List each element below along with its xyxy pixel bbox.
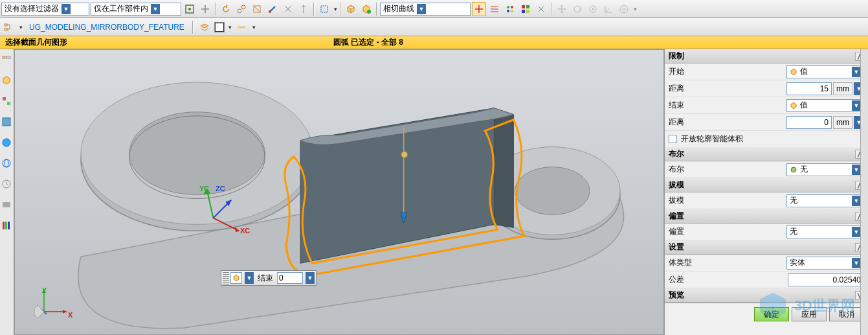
dropdown-arrow-icon[interactable]: ▾ [228, 24, 232, 30]
assembly-navigator-tab[interactable] [0, 73, 13, 88]
end-mode-select[interactable]: 值 ▼ [786, 99, 864, 112]
dropdown-arrow-icon[interactable]: ▾ [634, 6, 637, 12]
svg-point-31 [3, 159, 10, 167]
draft-section-header[interactable]: 拔模 ⋀ [665, 178, 868, 192]
end-distance-field[interactable] [786, 116, 832, 129]
svg-point-8 [507, 6, 509, 8]
constraint-navigator-tab[interactable] [0, 93, 13, 109]
svg-rect-26 [6, 56, 10, 58]
toolbar-separator [376, 3, 377, 16]
chevron-down-icon[interactable]: ▼ [245, 272, 254, 284]
chevron-down-icon[interactable]: ▼ [306, 272, 315, 284]
region-icon[interactable] [518, 2, 533, 16]
right-dock-strip[interactable] [860, 49, 868, 335]
offset-select[interactable]: 无 ▼ [786, 225, 864, 238]
start-mode-select[interactable]: 值 ▼ [786, 65, 864, 78]
history-tab[interactable] [0, 176, 13, 192]
offset-section-header[interactable]: 偏置 ⋀ [665, 209, 868, 224]
draft-label: 拔模 [669, 195, 707, 206]
svg-point-11 [511, 10, 513, 12]
distance-label: 距离 [669, 83, 707, 94]
toolbar-row-2: ▾ UG_MODELING_MIRRORBODY_FEATURE ▾ ▾ [0, 18, 868, 36]
chevron-down-icon: ▼ [852, 227, 861, 237]
svg-point-1 [188, 8, 191, 10]
toolbar-icon-5[interactable] [250, 2, 264, 16]
cancel-button[interactable]: 取消 [829, 307, 864, 321]
scope-dropdown[interactable]: 仅在工作部件内 ▼ [91, 3, 181, 16]
stop-at-intersection-icon[interactable] [472, 2, 486, 16]
chevron-down-icon: ▼ [852, 67, 861, 77]
draft-select[interactable]: 无 ▼ [786, 194, 864, 207]
layer-icon[interactable] [197, 20, 212, 34]
toolbar-icon-2[interactable] [198, 2, 212, 16]
open-profile-checkbox[interactable] [669, 135, 677, 143]
selection-filter-dropdown[interactable]: 没有选择过滤器 ▼ [1, 3, 89, 16]
svg-rect-25 [3, 56, 5, 58]
tolerance-field[interactable] [788, 273, 864, 286]
boolean-label: 布尔 [669, 164, 707, 175]
undo-icon[interactable] [219, 2, 233, 16]
boolean-select[interactable]: 无 ▼ [786, 163, 864, 176]
toolbar-separator [313, 3, 315, 16]
constraint-icon[interactable] [617, 2, 631, 16]
hd3d-tab[interactable] [0, 135, 13, 150]
body-type-select[interactable]: 实体 ▼ [786, 257, 864, 270]
toolbar-icon-6[interactable] [265, 2, 280, 16]
preview-section-header[interactable]: 预览 ⋁ [665, 288, 868, 303]
drag-grip-icon[interactable] [223, 271, 229, 284]
toggle-icon[interactable] [534, 2, 548, 16]
dropdown-arrow-icon[interactable]: ▾ [19, 24, 23, 30]
toolbar-icon-1[interactable] [183, 2, 197, 16]
ok-button[interactable]: 确定 [754, 307, 789, 321]
distance-label: 距离 [669, 117, 707, 128]
curve-rule-dropdown[interactable]: 相切曲线 ▼ [380, 3, 471, 16]
scope-text: 仅在工作部件内 [93, 3, 150, 14]
settings-section-header[interactable]: 设置 ⋀ [665, 240, 868, 255]
apply-button[interactable]: 应用 [792, 307, 827, 321]
y-axis-label: Y [42, 286, 47, 294]
feature-name-label: UG_MODELING_MIRRORBODY_FEATURE [25, 23, 188, 32]
browser-tab[interactable] [0, 156, 13, 171]
toolbar-icon-7[interactable] [281, 2, 295, 16]
point-icon[interactable] [586, 2, 600, 16]
part-navigator-tab[interactable] [0, 52, 13, 67]
palette-tab[interactable] [0, 218, 13, 233]
svg-point-19 [620, 5, 628, 13]
toolbar-separator [551, 3, 552, 16]
cancel-label: 取消 [839, 309, 854, 320]
follow-fillet-icon[interactable] [487, 2, 502, 16]
move-icon[interactable] [555, 2, 569, 16]
toolbar-icon-8[interactable] [296, 2, 311, 16]
boolean-section-header[interactable]: 布尔 ⋀ [665, 147, 868, 161]
toolbar-icon-4[interactable] [234, 2, 249, 16]
dropdown-arrow-icon[interactable]: ▾ [252, 24, 256, 30]
chevron-down-icon: ▼ [852, 165, 861, 175]
cube-icon[interactable] [344, 2, 358, 16]
svg-rect-28 [7, 102, 10, 105]
extrude-dialog: 限制 ⋀ 开始 值 ▼ 距离 mm ▼ 结束 值 [664, 49, 868, 335]
color-picker[interactable] [214, 22, 225, 32]
roles-tab[interactable] [0, 197, 13, 213]
chain-icon[interactable] [503, 2, 517, 16]
chevron-down-icon: ▼ [61, 4, 71, 14]
reuse-library-tab[interactable] [0, 114, 13, 130]
graphics-viewport[interactable]: XC YC ZC X Y ▼ 结束 ▼ [14, 49, 664, 335]
on-canvas-input[interactable]: ▼ 结束 ▼ [221, 270, 317, 286]
group-icon[interactable] [234, 20, 249, 34]
xc-axis-label: XC [240, 227, 250, 235]
feature-tree-icon[interactable] [1, 20, 16, 34]
cube-add-icon[interactable] [359, 2, 373, 16]
dropdown-arrow-icon[interactable]: ▾ [334, 6, 337, 12]
distance1-row: 距离 mm ▼ [665, 80, 868, 97]
on-canvas-value-field[interactable] [277, 272, 303, 284]
status-prompt: 选择截面几何图形 [0, 37, 72, 48]
svg-rect-36 [5, 222, 7, 229]
selection-box-icon[interactable] [317, 2, 331, 16]
toolbar-separator [192, 21, 194, 34]
status-selection: 圆弧 已选定 - 全部 8 [72, 37, 664, 48]
value-mode-icon[interactable] [230, 272, 242, 284]
start-distance-field[interactable] [786, 82, 832, 95]
csys-icon[interactable] [601, 2, 616, 16]
rotate-icon[interactable] [570, 2, 584, 16]
limits-section-header[interactable]: 限制 ⋀ [665, 49, 868, 64]
